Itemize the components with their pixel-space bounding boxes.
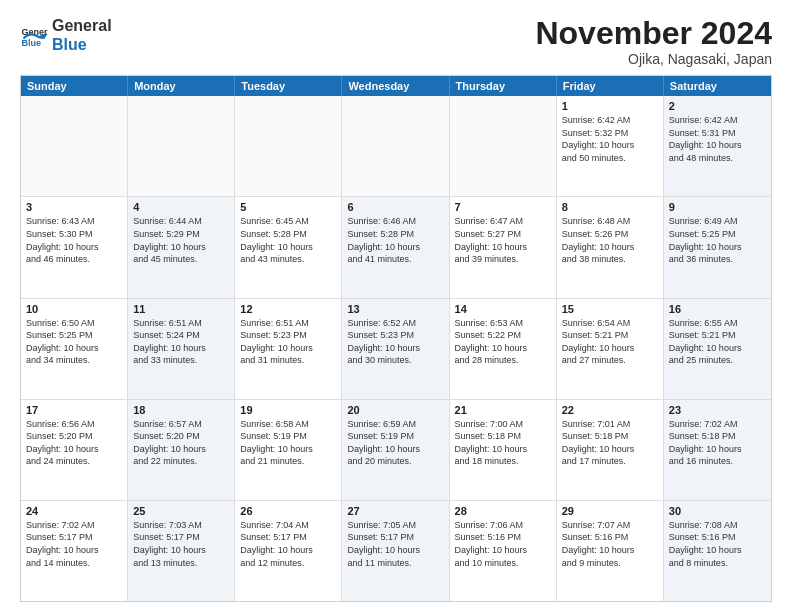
day-info-20: Sunrise: 6:59 AM Sunset: 5:19 PM Dayligh… [347, 418, 443, 468]
logo-icon: General Blue [20, 21, 48, 49]
header: General Blue General Blue November 2024 … [20, 16, 772, 67]
day-info-6: Sunrise: 6:46 AM Sunset: 5:28 PM Dayligh… [347, 215, 443, 265]
day-number-28: 28 [455, 505, 551, 517]
day-cell-29: 29Sunrise: 7:07 AM Sunset: 5:16 PM Dayli… [557, 501, 664, 601]
empty-cell-0-1 [128, 96, 235, 196]
location: Ojika, Nagasaki, Japan [535, 51, 772, 67]
day-number-1: 1 [562, 100, 658, 112]
day-info-22: Sunrise: 7:01 AM Sunset: 5:18 PM Dayligh… [562, 418, 658, 468]
day-cell-14: 14Sunrise: 6:53 AM Sunset: 5:22 PM Dayli… [450, 299, 557, 399]
day-info-28: Sunrise: 7:06 AM Sunset: 5:16 PM Dayligh… [455, 519, 551, 569]
day-cell-23: 23Sunrise: 7:02 AM Sunset: 5:18 PM Dayli… [664, 400, 771, 500]
day-info-27: Sunrise: 7:05 AM Sunset: 5:17 PM Dayligh… [347, 519, 443, 569]
day-info-18: Sunrise: 6:57 AM Sunset: 5:20 PM Dayligh… [133, 418, 229, 468]
day-cell-30: 30Sunrise: 7:08 AM Sunset: 5:16 PM Dayli… [664, 501, 771, 601]
day-number-13: 13 [347, 303, 443, 315]
empty-cell-0-3 [342, 96, 449, 196]
day-number-3: 3 [26, 201, 122, 213]
day-info-23: Sunrise: 7:02 AM Sunset: 5:18 PM Dayligh… [669, 418, 766, 468]
day-cell-19: 19Sunrise: 6:58 AM Sunset: 5:19 PM Dayli… [235, 400, 342, 500]
day-number-8: 8 [562, 201, 658, 213]
day-number-22: 22 [562, 404, 658, 416]
day-cell-13: 13Sunrise: 6:52 AM Sunset: 5:23 PM Dayli… [342, 299, 449, 399]
day-number-9: 9 [669, 201, 766, 213]
day-number-19: 19 [240, 404, 336, 416]
empty-cell-0-2 [235, 96, 342, 196]
weekday-header-thursday: Thursday [450, 76, 557, 96]
logo: General Blue General Blue [20, 16, 112, 54]
day-cell-28: 28Sunrise: 7:06 AM Sunset: 5:16 PM Dayli… [450, 501, 557, 601]
day-cell-10: 10Sunrise: 6:50 AM Sunset: 5:25 PM Dayli… [21, 299, 128, 399]
day-number-14: 14 [455, 303, 551, 315]
empty-cell-0-0 [21, 96, 128, 196]
weekday-header-wednesday: Wednesday [342, 76, 449, 96]
day-number-24: 24 [26, 505, 122, 517]
day-info-8: Sunrise: 6:48 AM Sunset: 5:26 PM Dayligh… [562, 215, 658, 265]
day-info-26: Sunrise: 7:04 AM Sunset: 5:17 PM Dayligh… [240, 519, 336, 569]
day-info-17: Sunrise: 6:56 AM Sunset: 5:20 PM Dayligh… [26, 418, 122, 468]
weekday-header-tuesday: Tuesday [235, 76, 342, 96]
day-number-16: 16 [669, 303, 766, 315]
weekday-header-saturday: Saturday [664, 76, 771, 96]
day-cell-17: 17Sunrise: 6:56 AM Sunset: 5:20 PM Dayli… [21, 400, 128, 500]
day-cell-2: 2Sunrise: 6:42 AM Sunset: 5:31 PM Daylig… [664, 96, 771, 196]
day-cell-5: 5Sunrise: 6:45 AM Sunset: 5:28 PM Daylig… [235, 197, 342, 297]
day-cell-24: 24Sunrise: 7:02 AM Sunset: 5:17 PM Dayli… [21, 501, 128, 601]
day-info-29: Sunrise: 7:07 AM Sunset: 5:16 PM Dayligh… [562, 519, 658, 569]
day-cell-21: 21Sunrise: 7:00 AM Sunset: 5:18 PM Dayli… [450, 400, 557, 500]
day-cell-15: 15Sunrise: 6:54 AM Sunset: 5:21 PM Dayli… [557, 299, 664, 399]
day-cell-8: 8Sunrise: 6:48 AM Sunset: 5:26 PM Daylig… [557, 197, 664, 297]
day-info-1: Sunrise: 6:42 AM Sunset: 5:32 PM Dayligh… [562, 114, 658, 164]
weekday-header-friday: Friday [557, 76, 664, 96]
logo-blue-text: Blue [52, 35, 112, 54]
page: General Blue General Blue November 2024 … [0, 0, 792, 612]
day-number-21: 21 [455, 404, 551, 416]
day-number-11: 11 [133, 303, 229, 315]
day-cell-25: 25Sunrise: 7:03 AM Sunset: 5:17 PM Dayli… [128, 501, 235, 601]
day-cell-20: 20Sunrise: 6:59 AM Sunset: 5:19 PM Dayli… [342, 400, 449, 500]
day-cell-6: 6Sunrise: 6:46 AM Sunset: 5:28 PM Daylig… [342, 197, 449, 297]
day-info-16: Sunrise: 6:55 AM Sunset: 5:21 PM Dayligh… [669, 317, 766, 367]
day-info-12: Sunrise: 6:51 AM Sunset: 5:23 PM Dayligh… [240, 317, 336, 367]
calendar-row-4: 24Sunrise: 7:02 AM Sunset: 5:17 PM Dayli… [21, 500, 771, 601]
day-number-26: 26 [240, 505, 336, 517]
weekday-header-sunday: Sunday [21, 76, 128, 96]
day-number-27: 27 [347, 505, 443, 517]
day-info-21: Sunrise: 7:00 AM Sunset: 5:18 PM Dayligh… [455, 418, 551, 468]
day-cell-12: 12Sunrise: 6:51 AM Sunset: 5:23 PM Dayli… [235, 299, 342, 399]
day-info-13: Sunrise: 6:52 AM Sunset: 5:23 PM Dayligh… [347, 317, 443, 367]
calendar-body: 1Sunrise: 6:42 AM Sunset: 5:32 PM Daylig… [21, 96, 771, 601]
calendar-row-1: 3Sunrise: 6:43 AM Sunset: 5:30 PM Daylig… [21, 196, 771, 297]
day-number-20: 20 [347, 404, 443, 416]
logo-general-text: General [52, 16, 112, 35]
day-number-6: 6 [347, 201, 443, 213]
calendar-row-0: 1Sunrise: 6:42 AM Sunset: 5:32 PM Daylig… [21, 96, 771, 196]
day-cell-1: 1Sunrise: 6:42 AM Sunset: 5:32 PM Daylig… [557, 96, 664, 196]
empty-cell-0-4 [450, 96, 557, 196]
calendar: SundayMondayTuesdayWednesdayThursdayFrid… [20, 75, 772, 602]
day-cell-3: 3Sunrise: 6:43 AM Sunset: 5:30 PM Daylig… [21, 197, 128, 297]
calendar-row-2: 10Sunrise: 6:50 AM Sunset: 5:25 PM Dayli… [21, 298, 771, 399]
day-number-23: 23 [669, 404, 766, 416]
day-info-3: Sunrise: 6:43 AM Sunset: 5:30 PM Dayligh… [26, 215, 122, 265]
day-cell-22: 22Sunrise: 7:01 AM Sunset: 5:18 PM Dayli… [557, 400, 664, 500]
day-cell-27: 27Sunrise: 7:05 AM Sunset: 5:17 PM Dayli… [342, 501, 449, 601]
day-cell-11: 11Sunrise: 6:51 AM Sunset: 5:24 PM Dayli… [128, 299, 235, 399]
day-cell-7: 7Sunrise: 6:47 AM Sunset: 5:27 PM Daylig… [450, 197, 557, 297]
day-number-15: 15 [562, 303, 658, 315]
day-cell-26: 26Sunrise: 7:04 AM Sunset: 5:17 PM Dayli… [235, 501, 342, 601]
day-info-14: Sunrise: 6:53 AM Sunset: 5:22 PM Dayligh… [455, 317, 551, 367]
day-info-30: Sunrise: 7:08 AM Sunset: 5:16 PM Dayligh… [669, 519, 766, 569]
day-cell-18: 18Sunrise: 6:57 AM Sunset: 5:20 PM Dayli… [128, 400, 235, 500]
day-info-11: Sunrise: 6:51 AM Sunset: 5:24 PM Dayligh… [133, 317, 229, 367]
calendar-row-3: 17Sunrise: 6:56 AM Sunset: 5:20 PM Dayli… [21, 399, 771, 500]
weekday-header-monday: Monday [128, 76, 235, 96]
day-number-10: 10 [26, 303, 122, 315]
day-cell-9: 9Sunrise: 6:49 AM Sunset: 5:25 PM Daylig… [664, 197, 771, 297]
day-number-4: 4 [133, 201, 229, 213]
month-title: November 2024 [535, 16, 772, 51]
day-info-4: Sunrise: 6:44 AM Sunset: 5:29 PM Dayligh… [133, 215, 229, 265]
day-number-7: 7 [455, 201, 551, 213]
day-info-10: Sunrise: 6:50 AM Sunset: 5:25 PM Dayligh… [26, 317, 122, 367]
day-cell-16: 16Sunrise: 6:55 AM Sunset: 5:21 PM Dayli… [664, 299, 771, 399]
